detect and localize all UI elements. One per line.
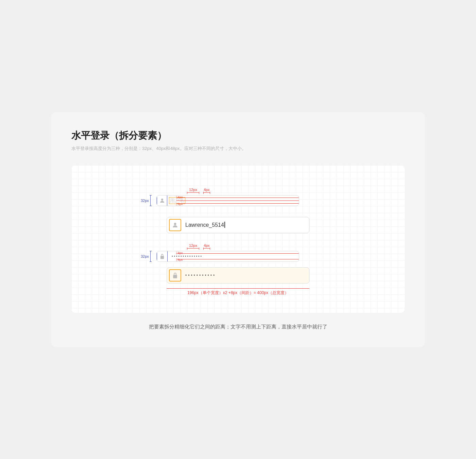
annot-12px-label-2: 12px [189,243,197,248]
username-icon-area-2 [169,219,181,231]
ruler-text: 196px（单个宽度）x2 +8px（间距）= 400px（总宽度） [167,290,309,296]
password-icon-area-2 [169,269,181,282]
lock-icon-2 [172,272,178,279]
annot-12px-2: 12px [187,243,199,250]
v-bracket-2 [150,251,152,262]
username-value: Lawrence_5514 [185,222,225,228]
top-annotation-row-2: 12px 4px [156,241,320,251]
filled-password-section: ••••••••••• [167,267,309,284]
ruler-line [167,288,309,289]
annot-4px: 4px [203,188,210,194]
annotated-password-section: 12px 4px [156,241,320,262]
annotated-password-container: 32px ⌶6px [156,251,320,262]
password-dots-area-1: •••••••••••••• [169,254,299,258]
annot-12px-arrow-2 [187,248,199,250]
annot-4px-arrow-2 [203,248,210,250]
annot-4px-label: 4px [204,188,210,192]
red-top-line-2 [176,253,299,254]
annotated-username-input[interactable]: ⌶6px ⌶6px [156,195,299,206]
annot-12px-arrow [187,192,199,194]
annot-4px-label-2: 4px [204,243,210,248]
demo-inner: 12px 4px [85,186,391,296]
filled-password-input[interactable]: ••••••••••• [167,267,309,284]
bottom-note: 把要素拆分精细化它们之间的距离；文字不用测上下距离，直接水平居中就行了 [71,324,405,330]
page-subtitle: 水平登录按高度分为三种，分别是：32px、40px和48px。应对三种不同的尺寸… [71,146,405,152]
active-username-input[interactable]: Lawrence_5514 [167,217,309,233]
page-title: 水平登录（拆分要素） [71,129,405,142]
annotated-username-section: 12px 4px [156,186,320,206]
user-icon-2 [172,222,178,228]
annotated-input-container: 32px ⌶6px [156,195,320,206]
annot-4px-arrow [203,192,210,194]
password-dots-annotated: •••••••••••••• [172,254,203,258]
svg-point-0 [161,199,163,201]
annot-32px-label-2: 32px [141,251,152,262]
username-placeholder: 用户名 [169,197,185,204]
svg-point-1 [174,223,176,225]
password-dots-area-2: ••••••••••• [183,273,309,278]
red-bottom-line-2 [176,259,299,259]
v-bracket-1 [150,195,152,206]
active-username-section: Lawrence_5514 [167,217,309,233]
username-text-area-1: 用户名 [169,197,299,204]
svg-rect-2 [160,256,164,259]
annot-12px: 12px [187,188,199,194]
text-cursor [224,222,225,228]
password-dots-filled: ••••••••••• [185,273,216,278]
user-icon-1 [159,198,165,204]
annot-6px-bottom-2: ⌶6px [176,258,183,261]
password-icon-area-1 [157,251,168,261]
lock-icon-1 [159,253,165,259]
annot-4px-2: 4px [203,243,210,250]
username-icon-area-1 [157,196,168,206]
annotated-password-input[interactable]: ⌶6px ⌶6px [156,251,299,262]
annot-6px-top-2: ⌶6px [176,251,183,255]
demo-card: 12px 4px [71,165,405,313]
ruler-annotation: 196px（单个宽度）x2 +8px（间距）= 400px（总宽度） [167,288,309,296]
page-container: 水平登录（拆分要素） 水平登录按高度分为三种，分别是：32px、40px和48p… [51,112,425,347]
annot-12px-label: 12px [189,188,197,192]
top-annotation-row: 12px 4px [156,186,320,195]
username-value-area: Lawrence_5514 [183,222,309,228]
svg-rect-3 [173,275,177,278]
annot-32px-label-1: 32px [141,195,152,206]
